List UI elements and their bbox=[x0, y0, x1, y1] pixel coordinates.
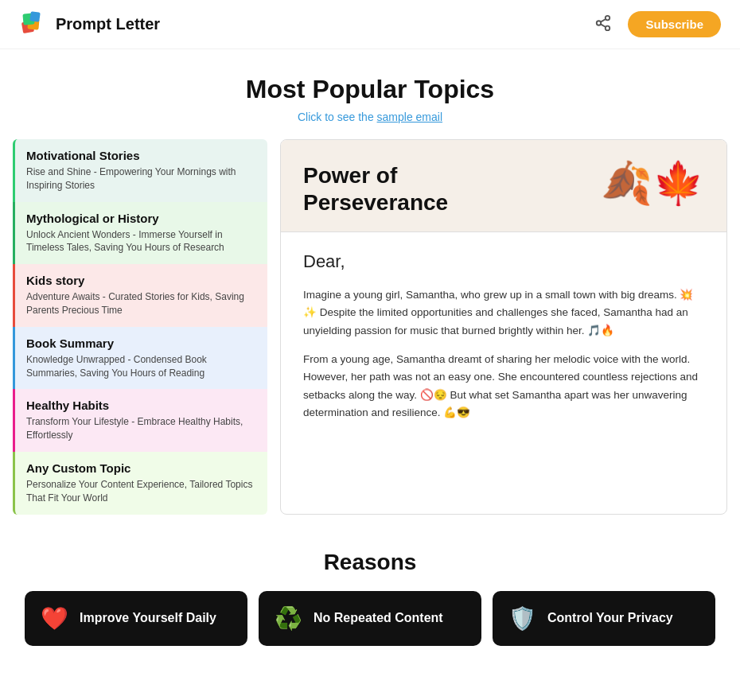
logo-icon bbox=[19, 10, 48, 39]
app-name: Prompt Letter bbox=[56, 15, 160, 33]
reasons-section: Reasons ❤️ Improve Yourself Daily ♻️ No … bbox=[0, 534, 740, 670]
hero-title: Most Popular Topics bbox=[16, 75, 724, 104]
topic-title-healthy: Healthy Habits bbox=[26, 399, 256, 412]
reason-label-0: Improve Yourself Daily bbox=[80, 611, 216, 625]
email-preview-body: Dear, Imagine a young girl, Samantha, wh… bbox=[281, 232, 726, 452]
topic-desc-book: Knowledge Unwrapped - Condensed Book Sum… bbox=[26, 353, 256, 380]
topic-title-motivational: Motivational Stories bbox=[26, 149, 256, 162]
reason-icon-1: ♻️ bbox=[275, 605, 302, 632]
email-dear: Dear, bbox=[303, 251, 704, 272]
topic-title-custom: Any Custom Topic bbox=[26, 461, 256, 475]
topic-title-kids: Kids story bbox=[26, 274, 256, 287]
topic-item-kids[interactable]: Kids story Adventure Awaits - Curated St… bbox=[13, 264, 267, 327]
email-title-line2: Perseverance bbox=[303, 190, 448, 215]
email-para-1: Imagine a young girl, Samantha, who grew… bbox=[303, 286, 704, 340]
main-content: Motivational Stories Rise and Shine - Em… bbox=[0, 139, 740, 534]
header-actions: Subscribe bbox=[590, 10, 721, 39]
hero-subtitle-link[interactable]: sample email bbox=[377, 111, 442, 123]
topic-desc-healthy: Transform Your Lifestyle - Embrace Healt… bbox=[26, 415, 256, 442]
reason-card-1: ♻️ No Repeated Content bbox=[259, 591, 481, 646]
topic-title-book: Book Summary bbox=[26, 336, 256, 350]
topic-item-mythology[interactable]: Mythological or History Unlock Ancient W… bbox=[13, 202, 267, 265]
share-button[interactable] bbox=[590, 10, 617, 39]
reason-card-2: 🛡️ Control Your Privacy bbox=[493, 591, 715, 646]
share-icon bbox=[594, 14, 612, 32]
topic-item-book[interactable]: Book Summary Knowledge Unwrapped - Conde… bbox=[13, 327, 267, 390]
reason-icon-0: ❤️ bbox=[41, 605, 68, 632]
topic-title-mythology: Mythological or History bbox=[26, 212, 256, 225]
topic-item-custom[interactable]: Any Custom Topic Personalize Your Conten… bbox=[13, 452, 267, 515]
topic-item-motivational[interactable]: Motivational Stories Rise and Shine - Em… bbox=[13, 139, 267, 202]
email-preview: Power of Perseverance 🍂🍁 Dear, Imagine a… bbox=[280, 139, 727, 515]
email-preview-title: Power of Perseverance bbox=[303, 162, 448, 216]
svg-line-7 bbox=[601, 24, 606, 27]
subscribe-button[interactable]: Subscribe bbox=[628, 11, 721, 37]
topic-item-healthy[interactable]: Healthy Habits Transform Your Lifestyle … bbox=[13, 389, 267, 452]
email-title-line1: Power of bbox=[303, 163, 397, 188]
logo: Prompt Letter bbox=[19, 10, 160, 39]
header: Prompt Letter Subscribe bbox=[0, 0, 740, 49]
hero-subtitle-text: Click to see the bbox=[298, 111, 377, 123]
email-para-2: From a young age, Samantha dreamt of sha… bbox=[303, 351, 704, 422]
svg-rect-3 bbox=[29, 11, 41, 22]
reason-card-0: ❤️ Improve Yourself Daily bbox=[25, 591, 247, 646]
reason-icon-2: 🛡️ bbox=[508, 605, 536, 632]
hero-subtitle: Click to see the sample email bbox=[16, 111, 724, 123]
topics-list: Motivational Stories Rise and Shine - Em… bbox=[13, 139, 267, 515]
topic-desc-custom: Personalize Your Content Experience, Tai… bbox=[26, 478, 256, 505]
svg-line-8 bbox=[601, 19, 606, 22]
leaf-decoration: 🍂🍁 bbox=[601, 162, 704, 204]
topic-desc-motivational: Rise and Shine - Empowering Your Morning… bbox=[26, 165, 256, 192]
topic-desc-mythology: Unlock Ancient Wonders - Immerse Yoursel… bbox=[26, 228, 256, 255]
reasons-cards: ❤️ Improve Yourself Daily ♻️ No Repeated… bbox=[13, 591, 727, 646]
reason-label-2: Control Your Privacy bbox=[547, 611, 673, 625]
topic-desc-kids: Adventure Awaits - Curated Stories for K… bbox=[26, 290, 256, 317]
reason-label-1: No Repeated Content bbox=[314, 611, 443, 625]
reasons-title: Reasons bbox=[13, 550, 727, 575]
hero-section: Most Popular Topics Click to see the sam… bbox=[0, 49, 740, 139]
email-preview-header: Power of Perseverance 🍂🍁 bbox=[281, 140, 726, 232]
